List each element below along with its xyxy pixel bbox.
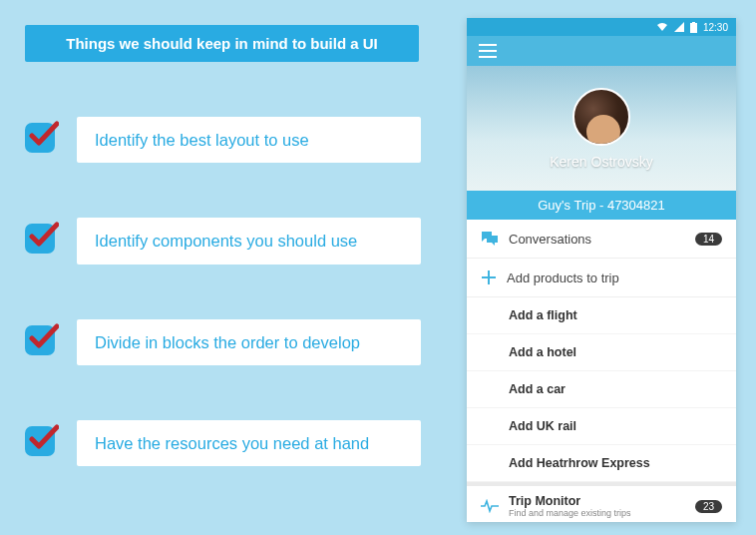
app-header: [467, 36, 736, 66]
conversations-badge: 14: [695, 233, 722, 246]
trip-monitor-title: Trip Monitor: [509, 494, 685, 508]
chat-icon: [481, 231, 499, 247]
trip-monitor-badge: 23: [695, 500, 722, 513]
menu-trip-monitor[interactable]: Trip Monitor Find and manage existing tr…: [467, 482, 736, 522]
svg-rect-3: [479, 50, 497, 52]
trip-monitor-subtitle: Find and manage existing trips: [509, 508, 685, 518]
svg-rect-2: [479, 44, 497, 46]
menu-conversations[interactable]: Conversations 14: [467, 220, 736, 259]
bullet-card: Have the resources you need at hand: [77, 420, 421, 466]
bullet-row: Identify components you should use: [25, 218, 444, 264]
svg-rect-1: [692, 22, 695, 23]
status-time: 12:30: [703, 22, 728, 33]
bullet-card: Identify the best layout to use: [77, 117, 421, 163]
menu-label: Add products to trip: [507, 270, 619, 285]
svg-rect-0: [690, 23, 697, 33]
bullet-card: Identify components you should use: [77, 218, 421, 264]
profile-section: Keren Ostrovsky: [467, 66, 736, 191]
bullet-row: Divide in blocks the order to develop: [25, 319, 444, 365]
svg-rect-6: [482, 276, 496, 278]
plus-icon: [481, 269, 497, 285]
submenu-item[interactable]: Add a car: [467, 371, 736, 408]
hamburger-icon[interactable]: [479, 44, 497, 58]
status-bar: 12:30: [467, 18, 736, 36]
slide-left-panel: Things we should keep in mind to build a…: [0, 0, 459, 481]
battery-icon: [690, 22, 697, 33]
avatar[interactable]: [572, 88, 630, 146]
wifi-icon: [656, 22, 668, 32]
pulse-icon: [481, 499, 499, 513]
slide-title: Things we should keep in mind to build a…: [25, 25, 419, 62]
signal-icon: [674, 22, 684, 32]
checkmark-icon: [25, 224, 55, 254]
profile-name: Keren Ostrovsky: [550, 154, 652, 170]
menu-label: Conversations: [509, 232, 591, 247]
bullet-row: Identify the best layout to use: [25, 117, 444, 163]
submenu-item[interactable]: Add Heatrhrow Express: [467, 445, 736, 482]
trip-title-bar: Guy's Trip - 47304821: [467, 191, 736, 220]
submenu-item[interactable]: Add a hotel: [467, 334, 736, 371]
checkmark-icon: [25, 123, 55, 153]
submenu-item[interactable]: Add a flight: [467, 297, 736, 334]
submenu-item[interactable]: Add UK rail: [467, 408, 736, 445]
checkmark-icon: [25, 325, 55, 355]
checkmark-icon: [25, 426, 55, 456]
phone-mockup: 12:30 Keren Ostrovsky Guy's Trip - 47304…: [467, 18, 736, 522]
menu-add-products[interactable]: Add products to trip: [467, 259, 736, 297]
bullet-card: Divide in blocks the order to develop: [77, 319, 421, 365]
svg-rect-4: [479, 56, 497, 58]
bullet-row: Have the resources you need at hand: [25, 420, 444, 466]
